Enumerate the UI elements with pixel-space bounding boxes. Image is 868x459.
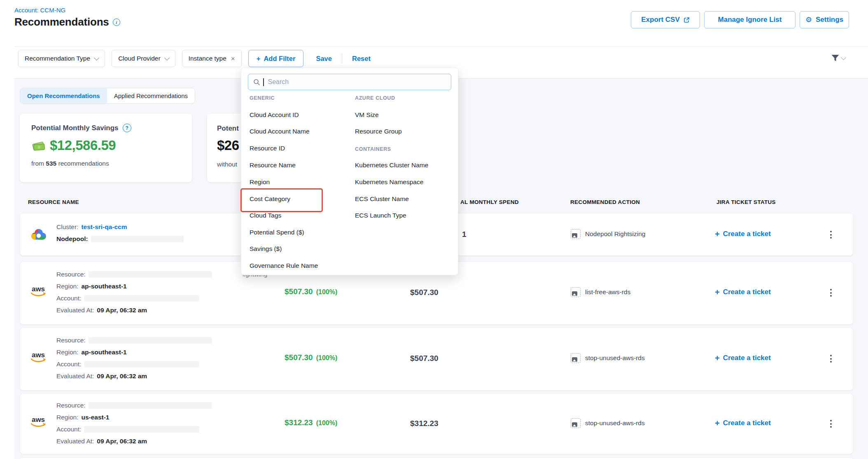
breadcrumb-account-link[interactable]: Account: CCM-NG [14,7,65,14]
redacted-value [84,295,199,302]
dropdown-search-field[interactable] [248,74,451,90]
filter-chip-label: Cloud Provider [118,55,161,62]
filter-option-governance-rule-name[interactable]: Governance Rule Name [250,258,318,274]
recommended-action: stop-unused-aws-rds [571,353,645,363]
chevron-down-icon [94,55,99,61]
table-row[interactable]: aws Resource: Region:ap-southeast-1 Acco… [20,327,853,391]
create-ticket-button[interactable]: + Create a ticket [715,354,771,362]
text-cursor [263,78,264,86]
section-header-containers: CONTAINERS [355,146,391,152]
filter-option-region[interactable]: Region [250,174,270,190]
filter-option-cloud-account-name[interactable]: Cloud Account Name [250,123,310,140]
filter-chip-recommendation-type[interactable]: Recommendation Type [18,50,105,67]
filter-chip-cloud-provider[interactable]: Cloud Provider [112,50,175,67]
aws-icon: aws [31,351,46,363]
filter-panel-toggle[interactable] [831,54,845,62]
tab-label: Open Recommendations [27,92,100,99]
external-link-icon [684,17,690,23]
filter-option-kubernetes-namespace[interactable]: Kubernetes Namespace [355,174,423,190]
column-header-total-monthly-spend: AL MONTHLY SPEND [460,199,519,205]
filter-option-cloud-tags[interactable]: Cloud Tags [250,207,281,224]
create-ticket-label: Create a ticket [723,288,771,296]
governance-rule-icon [571,287,581,297]
row-menu-kebab-icon[interactable] [828,418,833,429]
potential-savings-cell: $507.30(100%) [285,353,337,362]
page-title: Recommendations i [14,16,120,28]
total-monthly-spend-value: $507.30 [410,288,439,297]
create-ticket-button[interactable]: + Create a ticket [715,230,771,238]
filter-option-resource-id[interactable]: Resource ID [250,140,285,157]
recommended-action-label: stop-unused-aws-rds [585,419,645,427]
savings-value: $507.30 [285,287,313,296]
tab-applied-recommendations[interactable]: Applied Recommendations [107,88,195,103]
export-csv-button[interactable]: Export CSV [631,11,700,28]
row-menu-kebab-icon[interactable] [828,353,833,364]
savings-subtitle: from 535 recommendations [31,160,109,167]
savings-card-title: Potential Monthly Savings ? [31,124,131,132]
gear-icon: ⚙ [805,16,812,23]
header-divider [14,46,868,47]
table-row-partial [20,457,853,459]
help-icon[interactable]: ? [123,124,131,132]
aws-icon: aws [31,286,46,297]
nodepool-label: Nodepool: [56,235,88,243]
cluster-name-link[interactable]: test-sri-qa-ccm [81,223,127,231]
recommendations-page: Account: CCM-NG Recommendations i Export… [0,0,868,459]
potential-savings-cell: $312.23(100%) [285,418,337,427]
savings-value: $507.30 [285,353,313,362]
row-menu-kebab-icon[interactable] [828,229,833,240]
reset-filter-button[interactable]: Reset [352,55,371,63]
region-label: Region: [56,283,78,290]
aws-wordmark: aws [32,286,45,293]
savings-value-row: $12,586.59 [31,138,116,153]
recommended-action: Nodepool Rightsizing [571,229,645,239]
row-menu-kebab-icon[interactable] [828,287,833,298]
filter-actions-divider [342,54,342,63]
column-header-jira-ticket-status: JIRA TICKET STATUS [716,199,776,205]
filter-option-cost-category[interactable]: Cost Category [250,191,290,207]
add-filter-button[interactable]: + Add Filter [248,50,304,67]
manage-ignore-list-button[interactable]: Manage Ignore List [704,11,796,28]
savings-sub-prefix: from [31,160,44,167]
filter-option-potential-spend[interactable]: Potential Spend ($) [250,224,304,241]
info-icon[interactable]: i [113,19,120,26]
chevron-down-icon [164,55,170,61]
filter-chip-instance-type[interactable]: Instance type × [182,50,242,67]
recommendation-tabs: Open Recommendations Applied Recommendat… [20,88,195,104]
resource-details: Resource: Region:ap-southeast-1 Account:… [56,268,212,316]
tab-open-recommendations[interactable]: Open Recommendations [20,88,107,103]
filter-option-vm-size[interactable]: VM Size [355,107,379,123]
savings-value: $12,586.59 [50,138,116,153]
evaluated-label: Evaluated At: [56,307,94,314]
settings-button[interactable]: ⚙ Settings [800,11,849,28]
redacted-value [84,361,199,368]
save-filter-button[interactable]: Save [316,55,332,63]
resource-details: Resource: Region:ap-southeast-1 Account:… [56,334,212,382]
create-ticket-button[interactable]: + Create a ticket [715,419,771,427]
table-row[interactable]: aws Resource: Region:us-east-1 Account: … [20,393,853,454]
savings-percent: (100%) [316,288,338,295]
money-bills-icon [31,139,46,152]
tab-label: Applied Recommendations [114,92,188,99]
resource-label: Resource: [56,402,86,409]
account-label: Account: [56,295,81,302]
filter-option-resource-name[interactable]: Resource Name [250,157,296,173]
chevron-down-icon [841,55,846,60]
plus-icon: + [257,55,261,63]
redacted-value [89,271,212,278]
filter-option-ecs-launch-type[interactable]: ECS Launch Type [355,207,406,224]
close-icon[interactable]: × [231,55,235,62]
manage-ignore-list-label: Manage Ignore List [718,16,782,24]
filter-option-resource-group[interactable]: Resource Group [355,123,402,140]
filter-option-cloud-account-id[interactable]: Cloud Account ID [250,107,299,123]
filter-option-kubernetes-cluster-name[interactable]: Kubernetes Cluster Name [355,157,428,173]
filter-option-ecs-cluster-name[interactable]: ECS Cluster Name [355,191,409,207]
filter-option-savings[interactable]: Savings ($) [250,241,282,257]
create-ticket-button[interactable]: + Create a ticket [715,288,771,296]
evaluated-value: 09 Apr, 06:32 am [97,372,147,380]
recommended-action: list-free-aws-rds [571,287,630,297]
search-input[interactable] [267,78,446,86]
create-ticket-label: Create a ticket [723,354,771,362]
redacted-value [84,426,199,433]
potential-monthly-savings-card: Potential Monthly Savings ? $12,586.59 f… [20,114,192,182]
